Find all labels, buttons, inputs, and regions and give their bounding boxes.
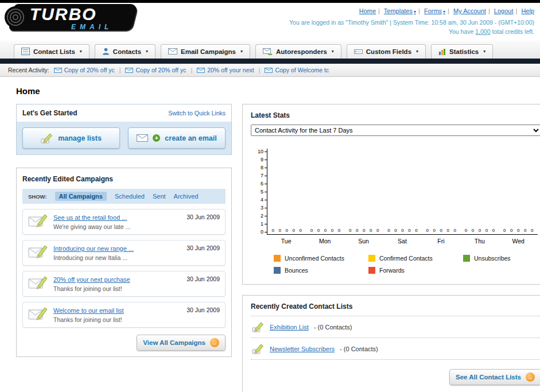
campaigns-filter-tabs: SHOW: All Campaigns Scheduled Sent Archi… bbox=[22, 189, 226, 204]
tab-all-campaigns[interactable]: All Campaigns bbox=[55, 192, 107, 201]
nav-tab-contact-lists[interactable]: Contact Lists ▾ bbox=[14, 44, 90, 59]
chart-bar-value-label: 0 bbox=[454, 227, 456, 234]
chart-y-tick-label: 1 bbox=[261, 221, 267, 227]
chart-x-tick-label: Sat bbox=[383, 235, 421, 244]
nav-tab-label: Autoresponders bbox=[276, 48, 327, 55]
recent-activity-item[interactable]: Copy of 20% off yc bbox=[54, 67, 115, 73]
top-link-label: Forms bbox=[424, 7, 442, 14]
campaign-row: Introducing our new range ... Introducin… bbox=[22, 240, 226, 266]
legend-swatch bbox=[368, 267, 375, 274]
top-link-forms[interactable]: Forms▾ bbox=[424, 7, 445, 14]
contact-list-link[interactable]: Newsletter Subscribers bbox=[270, 346, 335, 352]
recently-created-contact-lists-panel: Recently Created Contact Lists Exhibitio… bbox=[242, 295, 540, 392]
chart-bar-group: 00000 bbox=[267, 149, 306, 234]
nav-tab-custom-fields[interactable]: Custom Fields ▾ bbox=[347, 44, 426, 59]
top-link-home[interactable]: Home bbox=[359, 7, 376, 14]
pencil-icon bbox=[252, 321, 265, 332]
envelope-icon bbox=[54, 68, 62, 73]
campaign-row: Welcome to our email list Thanks for joi… bbox=[22, 302, 226, 328]
chart-bar-slot: 0 bbox=[278, 227, 282, 234]
custom-field-icon bbox=[354, 48, 363, 55]
legend-item: Unconfirmed Contacts bbox=[274, 255, 368, 262]
contact-list-item: Newsletter Subscribers - (0 Contacts) bbox=[251, 338, 540, 360]
credits-amount-link[interactable]: 1,000 bbox=[475, 28, 490, 35]
envelope-icon bbox=[265, 68, 273, 73]
campaign-title-link[interactable]: See us at the retail food ... bbox=[53, 214, 127, 221]
chart-bar-slot: 0 bbox=[516, 227, 520, 234]
chart-bar-slot: 0 bbox=[414, 227, 418, 234]
top-link-my-account[interactable]: My Account bbox=[453, 7, 486, 14]
nav-tab-email-campaigns[interactable]: Email Campaigns ▾ bbox=[161, 44, 250, 59]
nav-tab-contacts[interactable]: Contacts ▾ bbox=[95, 44, 156, 59]
separator: | bbox=[515, 7, 517, 14]
chart-bar-value-label: 0 bbox=[433, 227, 436, 234]
top-link-help[interactable]: Help bbox=[521, 7, 534, 14]
chart-bar-slot: 0 bbox=[530, 227, 534, 234]
nav-tab-statistics[interactable]: Statistics ▾ bbox=[431, 44, 493, 59]
chart-bar-value-label: 0 bbox=[479, 227, 481, 234]
chart-bar-slot: 0 bbox=[471, 227, 475, 234]
legend-label: Unconfirmed Contacts bbox=[285, 255, 344, 262]
campaign-title-link[interactable]: Introducing our new range ... bbox=[53, 245, 134, 252]
switch-to-quick-links[interactable]: Switch to Quick Links bbox=[168, 110, 226, 117]
activity-item-label: Copy of Welcome tc bbox=[275, 67, 329, 73]
contact-list-link[interactable]: Exhibition List bbox=[270, 324, 309, 331]
chart-bar-slot: 0 bbox=[298, 227, 303, 234]
chart-bar-value-label: 0 bbox=[531, 227, 533, 234]
chart-bar-value-label: 0 bbox=[349, 227, 351, 234]
chart-bar-value-label: 0 bbox=[370, 227, 372, 234]
chevron-down-icon: ▾ bbox=[416, 49, 418, 54]
chart-bar-value-label: 0 bbox=[394, 227, 397, 234]
separator: | bbox=[191, 67, 192, 73]
chart-bar-slot: 0 bbox=[491, 227, 496, 234]
autoresponder-envelope-icon bbox=[263, 48, 273, 55]
top-link-templates[interactable]: Templates▾ bbox=[384, 7, 416, 14]
envelope-icon bbox=[125, 68, 133, 73]
campaign-title-link[interactable]: Welcome to our email list bbox=[53, 307, 124, 314]
recent-activity-item[interactable]: Copy of Welcome tc bbox=[265, 67, 329, 73]
chart-y-tick-label: 7 bbox=[261, 173, 267, 178]
tab-scheduled[interactable]: Scheduled bbox=[115, 193, 145, 200]
latest-stats-title: Latest Stats bbox=[251, 111, 540, 119]
tab-archived[interactable]: Archived bbox=[174, 193, 199, 200]
chart-bar-value-label: 0 bbox=[331, 227, 333, 234]
right-column: Latest Stats Contact Activity for the La… bbox=[242, 104, 540, 392]
show-label: SHOW: bbox=[28, 193, 47, 200]
recent-activity-label: Recent Activity: bbox=[8, 67, 49, 73]
turbo-email-dashboard: TURBO EMAIL Home| Templates▾| Forms▾| My… bbox=[0, 0, 540, 392]
see-all-contact-lists-button[interactable]: See All Contact Lists → bbox=[449, 369, 540, 385]
chart-bar-value-label: 0 bbox=[376, 227, 379, 234]
chart-bar-value-label: 0 bbox=[363, 227, 365, 234]
recent-activity-item[interactable]: Copy of 20% off yc bbox=[125, 67, 186, 73]
campaign-title-link[interactable]: 20% off your next purchase bbox=[53, 276, 130, 283]
turbo-email-logo[interactable]: TURBO EMAIL bbox=[3, 4, 153, 35]
contacts-icon bbox=[102, 48, 110, 55]
tab-sent[interactable]: Sent bbox=[153, 193, 166, 200]
chart-bar-value-label: 0 bbox=[278, 227, 281, 234]
stats-activity-select[interactable]: Contact Activity for the Last 7 Days bbox=[251, 125, 540, 136]
chart-bar-value-label: 0 bbox=[317, 227, 320, 234]
bar-chart-icon bbox=[438, 48, 446, 55]
envelope-icon bbox=[168, 48, 177, 55]
contact-lists-panel-title: Recently Created Contact Lists bbox=[251, 302, 540, 316]
chart-bar-value-label: 0 bbox=[440, 227, 442, 234]
recent-activity-item[interactable]: 20% off your next bbox=[197, 67, 254, 73]
chart-bar-slot: 0 bbox=[523, 227, 527, 234]
top-link-logout[interactable]: Logout bbox=[494, 7, 514, 14]
chart-legend: Unconfirmed ContactsConfirmed ContactsUn… bbox=[274, 255, 538, 274]
chart-bar-slot: 0 bbox=[285, 227, 289, 234]
nav-tab-autoresponders[interactable]: Autoresponders ▾ bbox=[255, 44, 341, 59]
create-email-button[interactable]: + create an email bbox=[128, 127, 226, 149]
chart-y-tick-label: 9 bbox=[261, 157, 267, 162]
activity-item-label: Copy of 20% off yc bbox=[135, 67, 186, 73]
chart-bar-slot: 0 bbox=[432, 227, 437, 234]
latest-stats-panel: Latest Stats Contact Activity for the La… bbox=[242, 104, 540, 285]
chart-bar-value-label: 0 bbox=[492, 227, 495, 234]
view-all-campaigns-button[interactable]: View All Campaigns → bbox=[137, 335, 226, 351]
campaign-date: 30 Jun 2009 bbox=[187, 244, 220, 251]
campaign-date: 30 Jun 2009 bbox=[187, 306, 220, 313]
nav-tab-label: Contacts bbox=[113, 48, 141, 55]
legend-item: Bounces bbox=[274, 267, 368, 274]
chart-bar-slot: 0 bbox=[439, 227, 444, 234]
manage-lists-button[interactable]: manage lists bbox=[22, 127, 120, 149]
